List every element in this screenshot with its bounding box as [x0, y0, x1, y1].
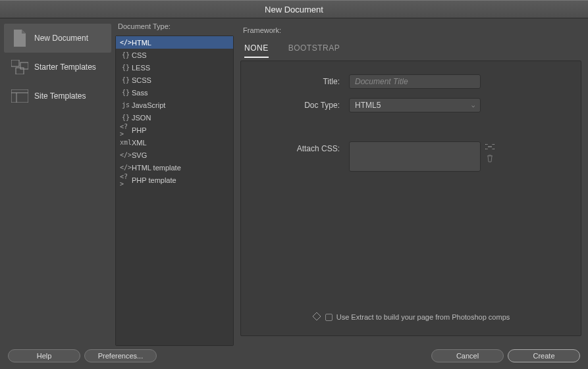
- svg-rect-3: [11, 89, 28, 103]
- title-label: Title:: [257, 74, 349, 86]
- doctype-item-label: LESS: [132, 64, 150, 72]
- sidebar-item-label: Starter Templates: [34, 62, 96, 72]
- doctype-item-less[interactable]: {}LESS: [116, 61, 233, 74]
- braces-icon: {}: [120, 114, 132, 121]
- doctype-label: Doc Type:: [257, 98, 349, 110]
- tab-none[interactable]: NONE: [244, 39, 269, 58]
- doctype-column: Document Type: </>HTML {}CSS {}LESS {}SC…: [115, 18, 234, 343]
- xml-icon: xml: [120, 139, 132, 146]
- doctype-item-scss[interactable]: {}SCSS: [116, 74, 233, 86]
- php-icon: <?>: [120, 173, 132, 187]
- braces-icon: {}: [120, 76, 132, 84]
- doctype-item-label: HTML: [132, 39, 151, 47]
- extract-checkbox[interactable]: [325, 314, 333, 321]
- main-area: New Document Starter Templates Site Temp…: [0, 18, 588, 343]
- extract-label: Use Extract to build your page from Phot…: [336, 313, 510, 321]
- sidebar: New Document Starter Templates Site Temp…: [0, 18, 115, 343]
- framework-header: Framework:: [240, 22, 581, 36]
- braces-icon: {}: [120, 89, 132, 96]
- doctype-item-css[interactable]: {}CSS: [116, 49, 233, 61]
- doctype-item-php[interactable]: <?>PHP: [116, 124, 233, 136]
- sidebar-item-label: Site Templates: [34, 91, 86, 101]
- braces-icon: {}: [120, 64, 132, 71]
- doctype-item-label: PHP template: [132, 176, 176, 184]
- preferences-button[interactable]: Preferences...: [84, 349, 157, 362]
- framework-tabs: NONE BOOTSTRAP: [240, 36, 581, 58]
- doctype-header: Document Type:: [115, 18, 234, 32]
- doctype-item-label: XML: [132, 139, 147, 147]
- braces-icon: {}: [120, 51, 132, 59]
- trash-icon[interactable]: [485, 153, 495, 164]
- cancel-button[interactable]: Cancel: [431, 349, 504, 362]
- title-input[interactable]: [349, 74, 481, 89]
- footer: Help Preferences... Cancel Create: [0, 343, 588, 369]
- window-title: New Document: [265, 5, 323, 14]
- doctype-item-label: CSS: [132, 51, 147, 59]
- code-icon: </>: [120, 39, 132, 46]
- doctype-item-label: SVG: [132, 151, 147, 159]
- doctype-select-value: HTML5: [355, 101, 381, 110]
- create-button[interactable]: Create: [508, 349, 580, 362]
- attach-css-list[interactable]: [349, 141, 481, 172]
- attach-css-label: Attach CSS:: [257, 141, 349, 153]
- doctype-item-label: HTML template: [132, 164, 181, 172]
- php-icon: <?>: [120, 123, 132, 137]
- extract-icon: [312, 312, 321, 322]
- doctype-item-label: Sass: [132, 89, 147, 97]
- doctype-item-label: PHP: [132, 126, 147, 134]
- sidebar-item-label: New Document: [34, 34, 88, 43]
- doctype-item-svg[interactable]: </>SVG: [116, 149, 233, 161]
- code-icon: </>: [120, 151, 132, 159]
- sidebar-item-starter-templates[interactable]: Starter Templates: [4, 53, 111, 82]
- sidebar-item-site-templates[interactable]: Site Templates: [4, 82, 111, 111]
- doctype-item-label: SCSS: [132, 76, 151, 84]
- form-panel: Title: Doc Type: HTML5 ⌵ Attach CSS:: [240, 61, 581, 336]
- site-templates-icon: [11, 87, 29, 105]
- sidebar-item-new-document[interactable]: New Document: [4, 24, 111, 53]
- help-button[interactable]: Help: [8, 349, 80, 362]
- right-column: Framework: NONE BOOTSTRAP Title: Doc Typ…: [234, 18, 588, 343]
- doctype-list: </>HTML {}CSS {}LESS {}SCSS {}Sass jsJav…: [116, 36, 233, 345]
- file-icon: [11, 29, 29, 47]
- doctype-item-php-template[interactable]: <?>PHP template: [116, 174, 233, 186]
- window-title-bar: New Document: [0, 0, 588, 18]
- chevron-down-icon: ⌵: [471, 102, 475, 109]
- doctype-item-sass[interactable]: {}Sass: [116, 86, 233, 99]
- templates-icon: [11, 58, 29, 76]
- extract-row: Use Extract to build your page from Phot…: [257, 305, 565, 329]
- doctype-item-html[interactable]: </>HTML: [116, 36, 233, 49]
- doctype-item-json[interactable]: {}JSON: [116, 111, 233, 124]
- doctype-item-html-template[interactable]: </>HTML template: [116, 161, 233, 174]
- doctype-item-javascript[interactable]: jsJavaScript: [116, 99, 233, 111]
- doctype-select[interactable]: HTML5 ⌵: [349, 98, 481, 112]
- code-icon: </>: [120, 164, 132, 171]
- tab-bootstrap[interactable]: BOOTSTRAP: [288, 39, 340, 58]
- doctype-item-label: JSON: [132, 114, 151, 122]
- doctype-item-xml[interactable]: xmlXML: [116, 136, 233, 149]
- link-css-icon[interactable]: [485, 141, 495, 152]
- svg-rect-0: [11, 60, 19, 66]
- doctype-item-label: JavaScript: [132, 101, 165, 109]
- js-icon: js: [120, 101, 132, 109]
